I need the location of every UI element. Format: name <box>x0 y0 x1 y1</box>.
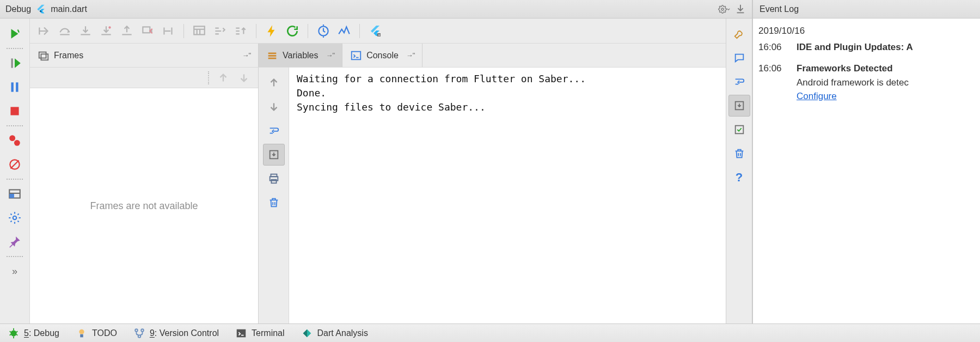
svg-point-12 <box>13 216 17 220</box>
chat-icon[interactable] <box>728 47 750 69</box>
force-step-into-icon[interactable] <box>97 22 115 40</box>
check-icon[interactable] <box>728 119 750 141</box>
stop-button[interactable] <box>4 100 26 122</box>
svg-rect-31 <box>268 55 277 57</box>
status-label: Terminal <box>252 328 284 338</box>
frames-empty-label: Frames are not available <box>30 88 258 323</box>
status-version-control[interactable]: 9: Version Control <box>133 327 219 339</box>
settings-button[interactable] <box>4 207 26 229</box>
status-bar: 5: 5: DebugDebug TODO 9: Version Control… <box>0 323 980 342</box>
trace-icon[interactable] <box>211 22 229 40</box>
svg-line-8 <box>10 160 19 168</box>
drop-frame-icon[interactable] <box>139 22 156 40</box>
event-body: Android framework is detec <box>797 77 909 88</box>
svg-rect-1 <box>11 58 13 68</box>
svg-rect-29 <box>41 54 48 60</box>
svg-rect-3 <box>16 82 18 91</box>
soft-wrap-icon[interactable] <box>263 120 285 142</box>
tab-frames[interactable]: Frames →" <box>30 44 259 67</box>
tab-label: Console <box>366 51 399 60</box>
prev-frame-icon[interactable] <box>215 69 232 87</box>
wrap-icon[interactable] <box>728 71 750 93</box>
status-todo[interactable]: TODO <box>76 327 117 339</box>
step-out-icon[interactable] <box>118 22 136 40</box>
pin-icon[interactable]: →" <box>406 51 415 59</box>
event-log-body: 2019/10/16 16:06 IDE and Plugin Updates:… <box>753 19 980 323</box>
pin-icon[interactable]: →" <box>326 51 335 59</box>
event-log-entry[interactable]: 16:06 IDE and Plugin Updates: A <box>758 40 975 54</box>
svg-rect-13 <box>39 27 40 34</box>
tab-console[interactable]: Console →" <box>342 44 422 67</box>
flutter-logo-icon <box>35 4 46 15</box>
event-log-title: Event Log <box>753 0 980 19</box>
tab-variables[interactable]: Variables →" <box>259 44 342 67</box>
evaluate-expression-icon[interactable] <box>191 22 208 40</box>
event-time: 16:06 <box>758 62 789 103</box>
gear-icon[interactable] <box>718 3 730 15</box>
right-tool-rail: ? <box>726 19 752 323</box>
event-log-panel: Event Log 2019/10/16 16:06 IDE and Plugi… <box>752 0 980 323</box>
svg-point-48 <box>141 329 144 332</box>
step-over-icon[interactable] <box>56 22 74 40</box>
svg-rect-41 <box>735 126 743 134</box>
wrench-icon[interactable] <box>728 23 750 45</box>
hot-reload-icon[interactable] <box>263 22 280 40</box>
svg-rect-28 <box>39 52 46 58</box>
resume-button[interactable] <box>4 52 26 74</box>
svg-rect-11 <box>9 194 14 198</box>
tab-label: Frames <box>54 51 83 60</box>
event-log-date: 2019/10/16 <box>758 24 975 38</box>
status-terminal[interactable]: Terminal <box>235 327 284 339</box>
console-rail <box>259 68 289 323</box>
rerun-button[interactable] <box>4 23 26 45</box>
console-line: Done. <box>297 87 326 99</box>
debug-toolbar <box>30 19 726 44</box>
step-into-icon[interactable] <box>77 22 94 40</box>
status-dart-analysis[interactable]: Dart Analysis <box>301 327 368 339</box>
svg-point-0 <box>721 8 724 10</box>
pin-button[interactable] <box>4 231 26 253</box>
scroll-down-icon[interactable] <box>263 96 285 118</box>
more-button[interactable]: » <box>4 260 26 282</box>
status-debug[interactable]: 5: 5: DebugDebug <box>8 327 59 339</box>
debug-panel-header: Debug main.dart <box>0 0 752 19</box>
pause-button[interactable] <box>4 76 26 98</box>
console-line: Waiting for a connection from Flutter on… <box>297 73 586 84</box>
svg-point-45 <box>79 329 84 334</box>
svg-rect-33 <box>352 51 361 59</box>
svg-point-17 <box>108 26 111 28</box>
run-to-cursor-icon[interactable] <box>160 22 177 40</box>
next-frame-icon[interactable] <box>235 69 253 87</box>
svg-point-6 <box>14 140 20 146</box>
layout-button[interactable] <box>4 183 26 205</box>
timeline-icon[interactable] <box>315 22 332 40</box>
hot-restart-icon[interactable] <box>284 22 301 40</box>
status-label: TODO <box>92 328 117 338</box>
breakpoints-button[interactable] <box>4 130 26 151</box>
trash-icon[interactable] <box>728 143 750 164</box>
svg-point-49 <box>138 335 141 338</box>
svg-rect-2 <box>11 82 14 91</box>
print-icon[interactable] <box>263 168 285 190</box>
download-icon[interactable] <box>734 3 746 15</box>
pin-icon[interactable]: →" <box>242 51 250 59</box>
trace-over-icon[interactable] <box>232 22 249 40</box>
performance-icon[interactable] <box>335 22 353 40</box>
svg-rect-32 <box>268 57 277 59</box>
scroll-up-icon[interactable] <box>263 72 285 94</box>
scroll-to-end-icon[interactable] <box>263 144 285 166</box>
svg-rect-46 <box>80 334 83 337</box>
event-link[interactable]: Configure <box>797 91 837 101</box>
event-log-entry[interactable]: 16:06 Frameworks Detected Android framew… <box>758 62 975 103</box>
show-execution-point-icon[interactable] <box>35 22 53 40</box>
svg-point-44 <box>11 330 17 336</box>
scroll-end-icon[interactable] <box>728 95 750 117</box>
console-output[interactable]: Waiting for a connection from Flutter on… <box>289 68 726 323</box>
mute-breakpoints-button[interactable] <box>4 154 26 175</box>
svg-rect-50 <box>237 329 246 337</box>
help-icon[interactable]: ? <box>728 167 750 188</box>
open-devtools-icon[interactable] <box>366 22 384 40</box>
debug-actions-rail: » <box>0 19 30 323</box>
clear-icon[interactable] <box>263 192 285 213</box>
svg-rect-20 <box>163 27 164 34</box>
